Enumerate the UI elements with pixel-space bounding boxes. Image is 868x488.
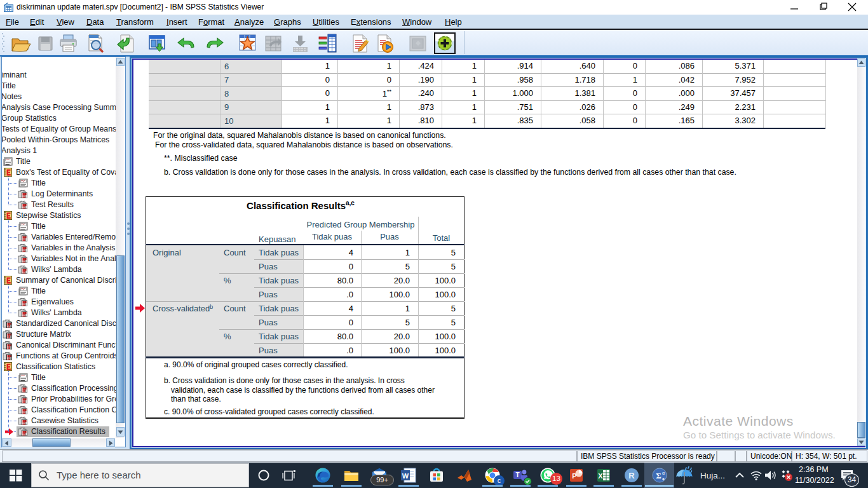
svg-text:T: T: [515, 471, 519, 478]
svg-text:α: α: [662, 471, 665, 475]
svg-text:W: W: [402, 472, 409, 480]
svg-text:R: R: [628, 471, 635, 480]
svg-text:P: P: [572, 472, 576, 480]
svg-text:Σ: Σ: [656, 471, 661, 480]
svg-text:X: X: [598, 472, 603, 480]
